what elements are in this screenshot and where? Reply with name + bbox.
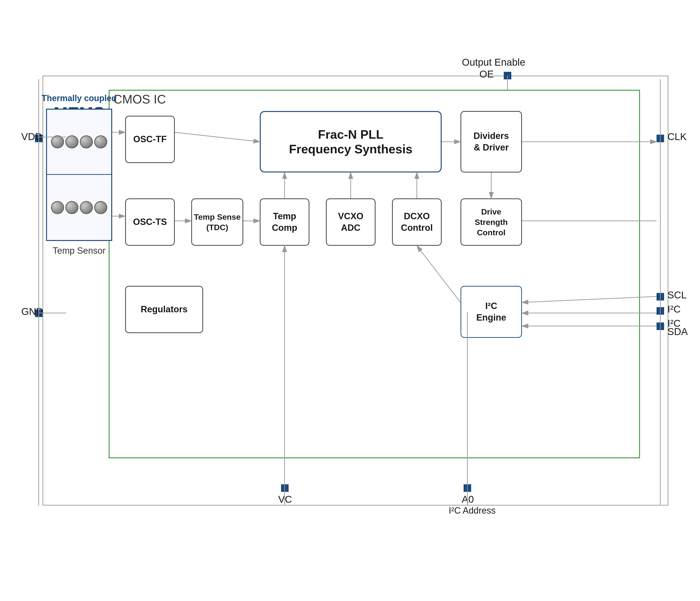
- gnd-label: GND: [21, 306, 43, 317]
- scl-pin: [656, 293, 664, 300]
- vc-pin: [281, 484, 289, 492]
- cylinder-2: [66, 135, 78, 148]
- clk-pin: [656, 135, 664, 142]
- temp-sense-text: Temp Sense (TDC): [194, 212, 241, 233]
- cylinder-5: [51, 201, 64, 214]
- osc-tf-text: OSC-TF: [133, 134, 167, 145]
- scl-label: SCL: [668, 289, 687, 301]
- osc-ts-text: OSC-TS: [133, 216, 167, 228]
- drive-strength-block: Drive Strength Control: [460, 198, 522, 246]
- output-enable-label: Output Enable: [460, 57, 527, 68]
- oe-label: OE: [479, 69, 494, 80]
- resonator-cylinders-top: [49, 133, 109, 151]
- vc-label: VC: [278, 494, 292, 505]
- oe-pin: [504, 72, 511, 79]
- cylinder-1: [51, 135, 64, 148]
- temp-comp-text: Temp Comp: [272, 211, 297, 234]
- dcxo-control-block: DCXO Control: [392, 198, 442, 246]
- sda-pin: [656, 322, 664, 330]
- dividers-driver-block: Dividers & Driver: [460, 111, 522, 172]
- a0-pin: [464, 484, 471, 492]
- cylinder-7: [80, 201, 93, 214]
- i2c-engine-text: I²C Engine: [476, 300, 506, 323]
- mems-top-resonator: [47, 110, 111, 175]
- i2c-label-2: I²C: [668, 318, 681, 329]
- dcxo-control-text: DCXO Control: [401, 211, 433, 234]
- temp-sense-block: Temp Sense (TDC): [191, 198, 243, 246]
- osc-tf-block: OSC-TF: [125, 116, 175, 163]
- cylinder-8: [94, 201, 107, 214]
- vcxo-adc-block: VCXO ADC: [326, 198, 375, 246]
- cylinder-6: [66, 201, 78, 214]
- resonator-cylinders-bottom: [49, 199, 109, 216]
- temp-comp-block: Temp Comp: [260, 198, 309, 246]
- cylinder-4: [94, 135, 107, 148]
- thermally-coupled-label: Thermally coupled: [40, 93, 118, 103]
- i2c-engine-block: I²C Engine: [460, 286, 522, 338]
- drive-strength-text: Drive Strength Control: [475, 207, 508, 238]
- block-diagram: CMOS IC Thermally coupled MEMS TempFlat™…: [19, 43, 680, 562]
- frac-pll-block: Frac-N PLL Frequency Synthesis: [260, 111, 442, 172]
- vdd-label: VDD: [21, 131, 42, 142]
- frac-pll-text: Frac-N PLL Frequency Synthesis: [289, 127, 412, 157]
- vcxo-adc-text: VCXO ADC: [338, 211, 364, 234]
- cmos-ic-label: CMOS IC: [114, 92, 166, 106]
- cylinder-3: [80, 135, 93, 148]
- i2c-pin-1: [656, 307, 664, 315]
- a0-label: A0: [462, 494, 474, 505]
- i2c-label-1: I²C: [668, 304, 681, 315]
- dividers-driver-text: Dividers & Driver: [474, 130, 509, 153]
- regulators-block: Regulators: [125, 286, 203, 333]
- osc-ts-block: OSC-TS: [125, 198, 175, 246]
- temp-sensor-label: Temp Sensor: [40, 246, 118, 256]
- mems-bottom-resonator: [47, 175, 111, 240]
- regulators-text: Regulators: [141, 304, 188, 315]
- mems-block: [46, 109, 112, 241]
- clk-label: CLK: [668, 131, 687, 142]
- i2c-address-label: I²C Address: [449, 506, 496, 516]
